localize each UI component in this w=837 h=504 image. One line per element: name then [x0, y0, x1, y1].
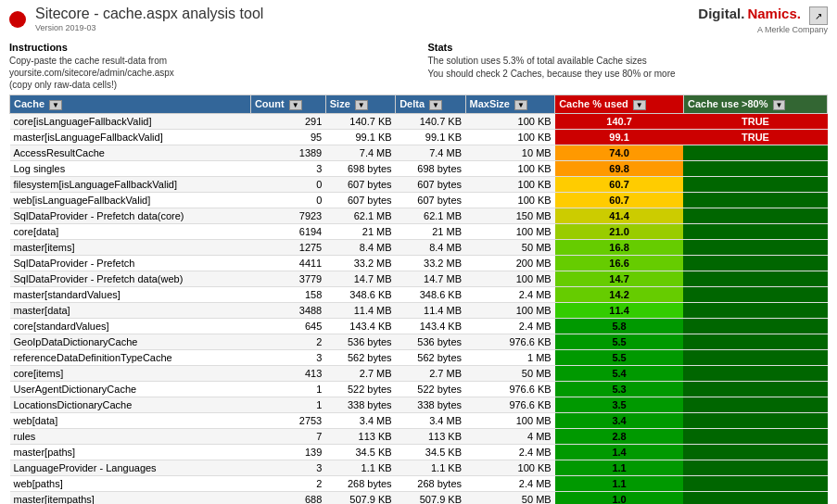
table-row: web[isLanguageFallbackValid]0607 bytes60… [10, 193, 828, 208]
size-filter-btn[interactable]: ▼ [355, 100, 368, 110]
cell-maxsize: 976.6 KB [465, 382, 555, 397]
cell-size: 522 bytes [325, 382, 395, 397]
instructions-line2: yoursite.com/sitecore/admin/cache.aspx [9, 67, 410, 79]
cell-delta: 143.4 KB [396, 319, 465, 334]
cell-cache-name: SqlDataProvider - Prefetch data(core) [10, 208, 251, 224]
cell-use [683, 193, 827, 208]
cell-size: 62.1 MB [325, 208, 395, 224]
digital-label: Digital. [698, 6, 744, 21]
table-row: web[data]27533.4 MB3.4 MB100 MB3.4 [10, 413, 828, 429]
cache-filter-btn[interactable]: ▼ [49, 100, 62, 110]
cell-count: 2 [250, 476, 325, 492]
table-row: filesystem[isLanguageFallbackValid]0607 … [10, 177, 828, 193]
logo-icon [9, 11, 26, 28]
cell-size: 607 bytes [325, 177, 395, 193]
cell-cache-name: UserAgentDictionaryCache [10, 382, 251, 397]
use-filter-btn[interactable]: ▼ [773, 100, 786, 110]
external-link-icon[interactable]: ↗ [809, 6, 828, 25]
cell-delta: 14.7 MB [396, 271, 465, 287]
stats-heading: Stats [428, 42, 829, 53]
stats-line2: You should check 2 Caches, because they … [428, 68, 829, 81]
cell-count: 7 [250, 429, 325, 445]
table-row: GeoIpDataDictionaryCache2536 bytes536 by… [10, 334, 828, 350]
cell-cache-name: core[standardValues] [10, 319, 251, 334]
cell-count: 2753 [250, 413, 325, 429]
cell-maxsize: 50 MB [465, 492, 555, 504]
cell-size: 3.4 MB [325, 413, 395, 429]
table-row: master[itempaths]688507.9 KB507.9 KB50 M… [10, 492, 828, 504]
cell-count: 3 [250, 161, 325, 177]
cell-use [683, 397, 827, 413]
cell-pct: 1.1 [555, 476, 684, 492]
col-cache-pct: Cache % used ▼ [555, 95, 684, 114]
cell-count: 95 [250, 130, 325, 145]
cell-cache-name: GeoIpDataDictionaryCache [10, 334, 251, 350]
header-title-block: Sitecore - cache.aspx analysis tool Vers… [35, 6, 263, 32]
merkle-subtitle: A Merkle Company [698, 25, 828, 34]
cell-pct: 60.7 [555, 177, 684, 193]
table-body: core[isLanguageFallbackValid]291140.7 KB… [10, 114, 828, 504]
cell-pct: 1.0 [555, 492, 684, 504]
cell-use [683, 177, 827, 193]
cell-pct: 74.0 [555, 145, 684, 161]
sitecore-logo [9, 11, 30, 28]
cell-size: 34.5 KB [325, 445, 395, 460]
cell-use: TRUE [683, 114, 827, 130]
cell-count: 1275 [250, 240, 325, 256]
table-row: LanguageProvider - Languages31.1 KB1.1 K… [10, 460, 828, 476]
table-row: master[paths]13934.5 KB34.5 KB2.4 MB1.4 [10, 445, 828, 460]
cell-cache-name: master[itempaths] [10, 492, 251, 504]
cell-maxsize: 150 MB [465, 208, 555, 224]
cell-use [683, 287, 827, 303]
cell-size: 562 bytes [325, 350, 395, 366]
instructions-line1: Copy-paste the cache result-data from [9, 55, 410, 67]
cell-cache-name: web[data] [10, 413, 251, 429]
cell-count: 688 [250, 492, 325, 504]
cell-pct: 14.7 [555, 271, 684, 287]
table-row: web[paths]2268 bytes268 bytes2.4 MB1.1 [10, 476, 828, 492]
cell-size: 607 bytes [325, 193, 395, 208]
maxsize-filter-btn[interactable]: ▼ [514, 100, 527, 110]
cell-count: 645 [250, 319, 325, 334]
table-row: rules7113 KB113 KB4 MB2.8 [10, 429, 828, 445]
cell-count: 139 [250, 445, 325, 460]
stats-line1: The solution uses 5.3% of total availabl… [428, 55, 829, 68]
col-cache-use: Cache use >80% ▼ [683, 95, 827, 114]
cell-delta: 8.4 MB [396, 240, 465, 256]
table-row: master[data]348811.4 MB11.4 MB100 MB11.4 [10, 303, 828, 319]
cell-delta: 522 bytes [396, 382, 465, 397]
cell-use [683, 382, 827, 397]
cell-size: 507.9 KB [325, 492, 395, 504]
cell-count: 3 [250, 350, 325, 366]
cell-count: 3488 [250, 303, 325, 319]
cell-delta: 536 bytes [396, 334, 465, 350]
cell-count: 1 [250, 382, 325, 397]
cell-pct: 41.4 [555, 208, 684, 224]
cell-count: 7923 [250, 208, 325, 224]
table-row: master[isLanguageFallbackValid]9599.1 KB… [10, 130, 828, 145]
cell-count: 2 [250, 334, 325, 350]
cell-delta: 11.4 MB [396, 303, 465, 319]
cell-cache-name: LocationsDictionaryCache [10, 397, 251, 413]
cell-delta: 338 bytes [396, 397, 465, 413]
cell-size: 113 KB [325, 429, 395, 445]
pct-filter-btn[interactable]: ▼ [633, 100, 646, 110]
cell-cache-name: filesystem[isLanguageFallbackValid] [10, 177, 251, 193]
cell-use [683, 429, 827, 445]
app-title: Sitecore - cache.aspx analysis tool [35, 6, 263, 21]
cell-size: 14.7 MB [325, 271, 395, 287]
cell-count: 413 [250, 366, 325, 382]
cell-delta: 99.1 KB [396, 130, 465, 145]
cell-delta: 698 bytes [396, 161, 465, 177]
cell-use [683, 240, 827, 256]
cell-maxsize: 100 MB [465, 224, 555, 240]
cell-maxsize: 100 KB [465, 193, 555, 208]
cell-use [683, 319, 827, 334]
cell-size: 11.4 MB [325, 303, 395, 319]
count-filter-btn[interactable]: ▼ [289, 100, 302, 110]
app-version: Version 2019-03 [35, 23, 263, 32]
cell-use [683, 350, 827, 366]
cell-delta: 21 MB [396, 224, 465, 240]
delta-filter-btn[interactable]: ▼ [429, 100, 442, 110]
stats-block: Stats The solution uses 5.3% of total av… [410, 42, 829, 91]
